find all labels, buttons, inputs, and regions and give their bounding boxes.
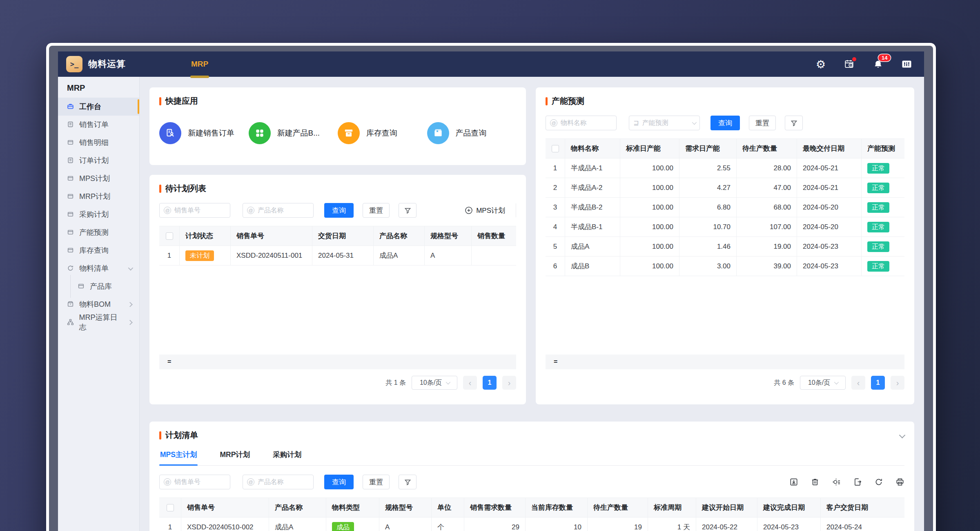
prev-page-button[interactable]: ‹ bbox=[851, 376, 865, 390]
tab-purchase-plan[interactable]: 采购计划 bbox=[272, 447, 302, 465]
sidebar-item-order-plan[interactable]: 订单计划 bbox=[58, 152, 139, 170]
table-footer-bar[interactable]: = bbox=[546, 355, 904, 369]
quick-apps-card: 快捷应用 新建销售订单 bbox=[149, 87, 526, 165]
logo-glyph: >_ bbox=[70, 60, 78, 68]
current-page-button[interactable]: 1 bbox=[871, 376, 885, 390]
bell-icon[interactable]: 14 bbox=[872, 58, 884, 70]
pagination-total: 共 1 条 bbox=[385, 379, 406, 387]
page-size-select[interactable]: 10条/页 bbox=[412, 376, 457, 390]
sidebar-item-mps-plan[interactable]: MPS计划 bbox=[58, 170, 139, 187]
current-page-button[interactable]: 1 bbox=[483, 376, 497, 390]
table-header-row: 计划状态 销售单号 交货日期 产品名称 规格型号 销售数量 bbox=[159, 226, 516, 246]
reset-button[interactable]: 重置 bbox=[363, 203, 390, 218]
tab-mrp-plan[interactable]: MRP计划 bbox=[219, 447, 251, 465]
sync-icon bbox=[67, 265, 74, 272]
table-footer-bar[interactable]: = bbox=[159, 355, 516, 369]
table-row[interactable]: 1 未计划 XSDD-20240511-001 2024-05-31 成品A A bbox=[159, 246, 516, 266]
material-name-input[interactable]: @ bbox=[546, 116, 617, 130]
query-button[interactable]: 查询 bbox=[710, 116, 740, 130]
quick-app-inventory-query[interactable]: 库存查询 bbox=[338, 122, 427, 144]
filter-funnel-button[interactable] bbox=[785, 116, 803, 130]
select-prefix-icon: ⊒ bbox=[633, 120, 639, 126]
sidebar-item-sales-order[interactable]: 销售订单 bbox=[58, 116, 139, 134]
reset-button[interactable]: 重置 bbox=[363, 475, 390, 489]
select-all-checkbox[interactable] bbox=[166, 232, 173, 240]
prev-page-button[interactable]: ‹ bbox=[463, 376, 477, 390]
table-row[interactable]: 2 半成品A-2 100.00 4.27 47.00 2024-05-21 正常 bbox=[546, 178, 904, 198]
notification-dot bbox=[852, 57, 856, 61]
input-prefix-icon: @ bbox=[164, 478, 171, 486]
settings-gear-icon[interactable]: ⚙ bbox=[815, 58, 827, 70]
task-calendar-icon[interactable] bbox=[843, 58, 855, 70]
title-accent-bar bbox=[159, 185, 161, 193]
next-page-button[interactable]: › bbox=[502, 376, 516, 390]
query-button[interactable]: 查询 bbox=[324, 475, 354, 489]
panel-icon bbox=[67, 175, 74, 182]
sidebar-item-inventory-query[interactable]: 库存查询 bbox=[58, 241, 139, 259]
save-archive-icon[interactable] bbox=[789, 477, 798, 486]
top-navbar: >_ 物料运算 MRP ⚙ bbox=[58, 51, 924, 77]
select-all-checkbox[interactable] bbox=[167, 504, 174, 511]
sales-order-no-input[interactable]: @ bbox=[159, 203, 230, 218]
sidebar-item-product-library[interactable]: 产品库 bbox=[58, 277, 139, 295]
product-name-input[interactable]: @ bbox=[243, 475, 314, 489]
table-row[interactable]: 1 XSDD-20240510-002 成品A 成品 A 个 29 10 19 … bbox=[159, 518, 904, 531]
sales-order-no-input[interactable]: @ bbox=[159, 475, 230, 489]
status-badge: 正常 bbox=[867, 163, 889, 174]
filter-funnel-button[interactable] bbox=[399, 475, 416, 489]
table-row[interactable]: 4 半成品B-1 100.00 10.70 107.00 2024-05-20 … bbox=[546, 217, 904, 237]
apps-grid-icon[interactable] bbox=[900, 58, 913, 70]
box-icon bbox=[67, 301, 74, 308]
panel-icon bbox=[67, 193, 74, 200]
order-doc-icon bbox=[67, 157, 74, 164]
quick-app-product-query[interactable]: 产品查询 bbox=[427, 122, 517, 144]
tab-mps-master-plan[interactable]: MPS主计划 bbox=[159, 447, 198, 465]
sales-order-no-field[interactable] bbox=[174, 478, 226, 486]
nav-tab-mrp[interactable]: MRP bbox=[191, 51, 208, 77]
app-logo[interactable]: >_ bbox=[66, 56, 82, 72]
refresh-icon[interactable] bbox=[874, 477, 883, 486]
trash-icon[interactable] bbox=[811, 477, 820, 486]
export-file-icon[interactable] bbox=[853, 477, 862, 486]
next-page-button[interactable]: › bbox=[891, 376, 904, 390]
sidebar-item-sales-detail[interactable]: 销售明细 bbox=[58, 134, 139, 152]
printer-icon[interactable] bbox=[895, 477, 904, 486]
table-row[interactable]: 6 成品B 100.00 3.00 39.00 2024-05-23 正常 bbox=[546, 257, 904, 276]
table-row[interactable]: 5 成品A 100.00 1.46 19.00 2024-05-23 正常 bbox=[546, 237, 904, 257]
mps-plan-button[interactable]: MPS计划 bbox=[465, 206, 505, 215]
chevron-down-icon bbox=[834, 380, 839, 384]
sidebar-item-capacity-forecast[interactable]: 产能预测 bbox=[58, 223, 139, 241]
sidebar-item-purchase-plan[interactable]: 采购计划 bbox=[58, 205, 139, 223]
product-name-field[interactable] bbox=[258, 207, 309, 214]
table-row[interactable]: 3 半成品B-2 100.00 6.80 68.00 2024-05-20 正常 bbox=[546, 198, 904, 217]
pending-plan-search-row: @ @ 查询 重置 bbox=[159, 203, 516, 218]
sidebar-item-mrp-log[interactable]: MRP运算日志 bbox=[58, 313, 139, 331]
chevron-down-icon bbox=[692, 120, 697, 125]
product-name-field[interactable] bbox=[258, 478, 309, 486]
capacity-forecast-select[interactable]: ⊒ 产能预测 bbox=[629, 116, 700, 130]
page-size-select[interactable]: 10条/页 bbox=[800, 376, 846, 390]
table-row[interactable]: 1 半成品A-1 100.00 2.55 28.00 2024-05-21 正常 bbox=[546, 158, 904, 178]
column-settings-icon[interactable] bbox=[832, 477, 841, 486]
select-all-checkbox[interactable] bbox=[552, 145, 559, 152]
filter-funnel-button[interactable] bbox=[399, 203, 416, 218]
status-badge: 正常 bbox=[867, 222, 889, 232]
panel-icon bbox=[67, 139, 74, 146]
new-product-icon bbox=[249, 122, 271, 144]
table-toolbar-icons bbox=[789, 477, 904, 486]
collapse-chevron-icon[interactable] bbox=[899, 432, 906, 439]
plan-list-table: 销售单号 产品名称 物料类型 规格型号 单位 销售需求数量 当前库存数量 待生产… bbox=[159, 498, 904, 531]
quick-app-new-product[interactable]: 新建产品B... bbox=[249, 122, 338, 144]
sidebar-item-material-bom[interactable]: 物料BOM bbox=[58, 295, 139, 313]
product-name-input[interactable]: @ bbox=[243, 203, 314, 218]
query-button[interactable]: 查询 bbox=[324, 203, 354, 218]
material-name-field[interactable] bbox=[561, 119, 612, 127]
sidebar-item-mrp-plan[interactable]: MRP计划 bbox=[58, 187, 139, 205]
sidebar-item-workbench[interactable]: 工作台 bbox=[58, 98, 139, 116]
pending-plan-title: 待计划列表 bbox=[165, 183, 206, 194]
sales-order-no-field[interactable] bbox=[174, 207, 226, 214]
panel-icon bbox=[67, 211, 74, 218]
quick-app-new-sales-order[interactable]: 新建销售订单 bbox=[159, 122, 249, 144]
app-title: 物料运算 bbox=[88, 58, 126, 70]
reset-button[interactable]: 重置 bbox=[749, 116, 776, 130]
